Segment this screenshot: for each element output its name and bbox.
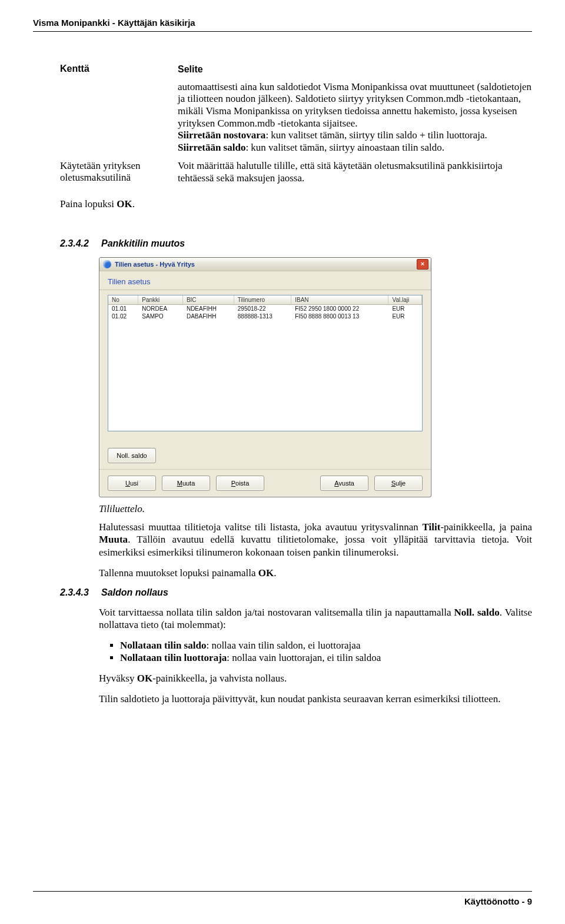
section-title: Pankkitilin muutos [101,238,185,248]
titlebar: Tilien asetus - Hyvä Yritys × [99,258,431,271]
section-title: Saldon nollaus [101,587,168,597]
cell: NDEAFIHH [182,305,234,313]
col-header-desc: Selite [178,61,532,79]
panel-heading: Tilien asetus [99,271,431,290]
button-bar: Uusi Muuta Poista Avusta Sulje [99,469,431,497]
page-footer: Käyttöönotto - 9 [33,891,532,906]
paragraph: Halutessasi muuttaa tilitietoja valitse … [99,521,532,558]
account-listview[interactable]: NoPankkiBICTilinumeroIBANVal.laji 01.01N… [108,295,423,431]
field-desc: automaattisesti aina kun saldotiedot Vis… [178,79,532,158]
cell: 888888-1313 [234,313,291,320]
cell: FI52 2950 1800 0000 22 [291,305,388,313]
cell: SAMPO [138,313,183,320]
press-ok-note: Paina lopuksi OK. [60,198,532,210]
table-row[interactable]: 01.02SAMPODABAFIHH888888-1313FI50 8888 8… [108,313,422,320]
list-item: Nollataan tilin saldo: nollaa vain tilin… [120,639,532,652]
delete-button[interactable]: Poista [216,476,264,491]
close-icon[interactable]: × [417,259,428,270]
cell: DABAFIHH [182,313,234,320]
figure-caption: Tililuettelo. [99,503,532,515]
section-index: 2.3.4.2 [60,238,99,249]
paragraph: Tilin saldotieto ja luottoraja päivittyv… [99,693,532,705]
cell: EUR [388,313,422,320]
cell: EUR [388,305,422,313]
paragraph: Tallenna muutokset lopuksi painamalla OK… [99,567,532,579]
table-row: Käytetään yrityksen oletusmaksutilinä Vo… [60,158,532,188]
help-button[interactable]: Avusta [320,476,368,491]
col-header-field: Kenttä [60,61,178,79]
app-icon [103,260,111,268]
field-desc: Voit määrittää halutulle tilille, että s… [178,158,532,188]
list-item: Nollataan tilin luottoraja: nollaa vain … [120,652,532,664]
close-button[interactable]: Sulje [374,476,423,491]
table-row: automaattisesti aina kun saldotiedot Vis… [60,79,532,158]
window-title: Tilien asetus - Hyvä Yritys [115,261,417,268]
section-index: 2.3.4.3 [60,587,99,598]
cell: 01.02 [108,313,138,320]
cell: 01.01 [108,305,138,313]
field-name [60,79,178,158]
cell: 295018-22 [234,305,291,313]
document-header: Visma Monipankki - Käyttäjän käsikirja [33,18,532,32]
table-row[interactable]: 01.01NORDEANDEAFIHH295018-22FI52 2950 18… [108,305,422,313]
edit-button[interactable]: Muuta [162,476,210,491]
paragraph: Hyväksy OK-painikkeella, ja vahvista nol… [99,672,532,684]
cell: NORDEA [138,305,183,313]
column-header[interactable]: No [108,295,138,305]
column-header[interactable]: Val.laji [388,295,422,305]
dialog-window: Tilien asetus - Hyvä Yritys × Tilien ase… [99,257,431,497]
column-header[interactable]: BIC [182,295,234,305]
paragraph: Voit tarvittaessa nollata tilin saldon j… [99,606,532,631]
column-header[interactable]: Pankki [138,295,183,305]
bullet-list: Nollataan tilin saldo: nollaa vain tilin… [99,639,532,664]
column-header[interactable]: Tilinumero [234,295,291,305]
cell: FI50 8888 8800 0013 13 [291,313,388,320]
field-description-table: Kenttä Selite automaattisesti aina kun s… [60,61,532,188]
field-name: Käytetään yrityksen oletusmaksutilinä [60,158,178,188]
new-button[interactable]: Uusi [108,476,156,491]
reset-balance-button[interactable]: Noll. saldo [108,448,156,463]
column-header[interactable]: IBAN [291,295,388,305]
